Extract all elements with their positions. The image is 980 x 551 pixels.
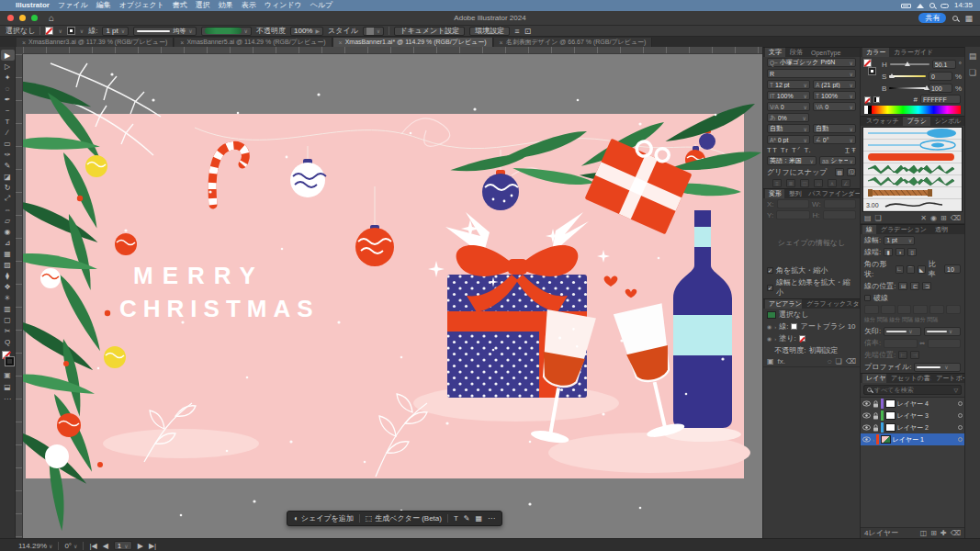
saturation-slider[interactable] — [889, 75, 926, 78]
layer-thumbnail[interactable] — [885, 411, 896, 420]
tsume-right-field[interactable]: 自動∨ — [813, 124, 856, 133]
home-icon[interactable]: ⌂ — [49, 13, 54, 23]
rectangle-tool[interactable]: ▭ — [1, 138, 15, 149]
options-of-object-icon[interactable]: ◉ — [930, 214, 937, 222]
kerning-field[interactable]: V∕A0∨ — [767, 102, 810, 111]
document-setup-button[interactable]: ドキュメント設定 — [394, 27, 465, 36]
lasso-tool[interactable]: ◌ — [1, 83, 15, 94]
brush-item-rope[interactable] — [863, 187, 962, 199]
close-window-button[interactable] — [7, 15, 14, 21]
tab-gradient[interactable]: グラデーション — [877, 225, 930, 234]
tab-layers[interactable]: レイヤー — [862, 374, 886, 383]
glyph-guide-icon-3[interactable]: ◫ — [800, 179, 809, 187]
tab-pathfinder[interactable]: パスファインダー — [805, 189, 860, 198]
tracking-field[interactable]: VA0∨ — [813, 102, 856, 111]
artboard-number-dropdown[interactable]: 1∨ — [114, 541, 132, 550]
menu-item-3[interactable]: オブジェクト — [119, 0, 164, 11]
type-tool[interactable]: T — [1, 116, 15, 127]
search-icon[interactable] — [952, 16, 958, 21]
ruler-corner[interactable] — [16, 47, 23, 54]
add-shape-button[interactable]: ◐シェイプを追加 — [294, 513, 354, 523]
swatch-picker-icon[interactable]: ▦ — [476, 514, 483, 523]
dock-cc-libraries-icon[interactable]: ❏ — [969, 68, 976, 77]
document-tab[interactable]: ×XmasBanner5.ai @ 114.29 % (RGB/プレビュー) — [175, 38, 332, 47]
menu-item-2[interactable]: 編集 — [96, 0, 111, 11]
artwork-title-line2[interactable]: CHRISTMAS — [119, 295, 320, 322]
brightness-value-field[interactable]: 100 — [929, 84, 952, 93]
baseline-shift-field[interactable]: Aª0 pt∨ — [767, 135, 810, 144]
glyph-info-icon[interactable]: ⓘ — [847, 168, 856, 176]
artboard-tool[interactable]: ▢ — [1, 314, 15, 325]
align-outside-button[interactable]: ⊐ — [922, 282, 931, 290]
stroke-weight-panel-field[interactable]: 1 pt∨ — [884, 236, 915, 245]
tab-opentype[interactable]: OpenType — [807, 48, 844, 57]
brightness-slider[interactable] — [889, 87, 926, 90]
vertical-ruler[interactable] — [16, 54, 23, 538]
clear-appearance-icon[interactable]: ◌ — [828, 357, 832, 365]
tab-graphic-styles[interactable]: グラフィックスタイル — [803, 299, 860, 309]
corner-miter-button[interactable]: ∟ — [896, 265, 904, 274]
glyph-guide-icon-1[interactable]: ≡ — [772, 179, 782, 187]
saturation-value-field[interactable]: 0 — [929, 72, 952, 81]
hue-slider[interactable] — [890, 63, 929, 66]
document-tab[interactable]: ×XmasBanner3.ai @ 117.39 % (RGB/プレビュー) — [17, 38, 174, 47]
tsume-left-field[interactable]: 自動∨ — [767, 124, 810, 133]
slice-tool[interactable]: ✂ — [1, 325, 15, 336]
generate-vector-button[interactable]: ⬚生成ベクター (Beta) — [366, 513, 442, 523]
canvas-area[interactable]: MERRY CHRISTMAS — [16, 47, 762, 538]
brush-item-blue-blob[interactable] — [863, 128, 962, 140]
stroke-color-swatch[interactable] — [67, 27, 75, 35]
dashed-line-checkbox[interactable] — [864, 295, 871, 301]
glyph-guide-icon-5[interactable]: ∧ — [828, 179, 837, 187]
shape-builder-tool[interactable]: ◉ — [1, 226, 15, 237]
tab-artboards[interactable]: アートボード — [932, 374, 964, 383]
aki-field[interactable]: あ0%∨ — [767, 113, 809, 122]
tab-appearance[interactable]: アピアランス — [765, 299, 802, 309]
layer-row[interactable]: ›レイヤー 1 — [861, 433, 964, 445]
layer-target-icon[interactable] — [958, 437, 963, 442]
tab-transparency[interactable]: 透明 — [931, 225, 952, 234]
remove-brush-stroke-icon[interactable]: ✕ — [920, 214, 927, 222]
tab-character[interactable]: 文字 — [765, 48, 785, 57]
width-profile-dropdown[interactable]: 均等∨ — [914, 363, 961, 372]
new-effect-icon[interactable]: fx. — [778, 357, 785, 365]
brush-definition-dropdown[interactable]: ∨ — [201, 27, 252, 36]
lock-icon[interactable] — [873, 424, 879, 432]
variable-width-dropdown[interactable]: 均等∨ — [133, 27, 196, 36]
dock-libraries-icon[interactable]: ▤ — [969, 51, 977, 61]
glyph-guide-icon-6[interactable]: ∠ — [841, 179, 850, 187]
layers-search[interactable]: ▽ — [863, 385, 962, 395]
font-style-field[interactable]: R∨ — [767, 69, 856, 78]
layer-thumbnail[interactable] — [885, 423, 896, 432]
horizontal-scale-field[interactable]: T100%∨ — [813, 91, 856, 100]
tab-symbols[interactable]: シンボル — [931, 117, 964, 126]
stroke-dropdown-icon[interactable]: ∨ — [80, 28, 84, 34]
vertical-scale-field[interactable]: IT100%∨ — [767, 91, 810, 100]
style-dropdown[interactable]: ∨ — [363, 27, 384, 36]
layer-target-icon[interactable] — [958, 425, 963, 430]
artboard-nav-next[interactable]: ▶ — [138, 542, 143, 550]
document-tab[interactable]: ×XmasBanner1.ai* @ 114.29 % (RGB/プレビュー) — [333, 38, 493, 47]
cap-round-button[interactable]: ◗ — [896, 248, 905, 256]
tab-swatches[interactable]: スウォッチ — [862, 117, 902, 126]
libraries-panel-icon[interactable]: ❏ — [875, 214, 882, 222]
delete-item-icon[interactable]: ⌫ — [846, 357, 856, 365]
arrow-start-dropdown[interactable]: ∨ — [884, 327, 920, 336]
new-layer-icon[interactable]: ✚ — [941, 529, 947, 537]
menubar-clock[interactable]: 14:35 — [954, 0, 973, 11]
type-button[interactable]: T — [454, 514, 458, 523]
artboard-nav-prev[interactable]: ◀ — [103, 542, 108, 550]
pencil-tool[interactable]: ✎ — [1, 160, 15, 171]
make-mask-icon[interactable]: ◫ — [920, 529, 928, 537]
layers-filter-icon[interactable]: ▽ — [953, 387, 958, 393]
fill-stroke-indicator[interactable] — [2, 351, 14, 365]
visibility-eye-icon[interactable] — [862, 424, 871, 431]
symbol-sprayer-tool[interactable]: ✳ — [1, 292, 15, 303]
duplicate-item-icon[interactable]: ❏ — [836, 357, 842, 365]
corner-bevel-button[interactable]: ◣ — [918, 265, 926, 274]
visibility-eye-icon[interactable] — [862, 412, 871, 419]
eyedropper-tool[interactable]: ⧫ — [1, 270, 15, 281]
layer-target-icon[interactable] — [958, 401, 963, 406]
layer-name[interactable]: レイヤー 1 — [893, 435, 957, 444]
lock-icon[interactable] — [873, 412, 879, 420]
